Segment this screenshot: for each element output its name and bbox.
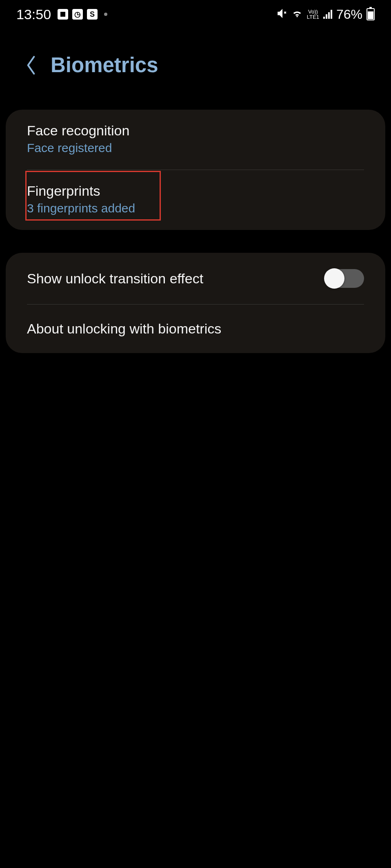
status-right: Vo)) LTE1 76% — [277, 7, 375, 22]
back-button[interactable] — [24, 55, 37, 75]
toggle-knob — [324, 268, 344, 289]
face-recognition-sub: Face registered — [27, 141, 364, 155]
clock-icon: ◷ — [72, 9, 83, 20]
battery-percent: 76% — [336, 7, 362, 22]
page-header: Biometrics — [0, 29, 391, 110]
transition-effect-item[interactable]: Show unlock transition effect — [6, 253, 385, 304]
status-time: 13:50 — [16, 7, 51, 22]
fingerprints-sub: 3 fingerprints added — [27, 201, 364, 215]
fingerprints-title: Fingerprints — [27, 183, 364, 199]
mute-vibrate-icon — [277, 8, 287, 20]
app-s-icon: S — [87, 9, 98, 20]
battery-icon — [367, 8, 375, 20]
options-card: Show unlock transition effect About unlo… — [6, 253, 385, 353]
status-bar: 13:50 ◷ S Vo)) LTE1 76% — [0, 0, 391, 29]
transition-effect-toggle[interactable] — [325, 269, 364, 288]
network-type-label: Vo)) LTE1 — [307, 9, 319, 20]
face-recognition-item[interactable]: Face recognition Face registered — [6, 110, 385, 170]
transition-effect-title: Show unlock transition effect — [27, 271, 203, 287]
status-notif-icons: ◷ S — [58, 9, 107, 20]
fingerprints-item[interactable]: Fingerprints 3 fingerprints added — [6, 170, 385, 230]
page-title: Biometrics — [51, 53, 158, 77]
more-dot-icon — [104, 13, 107, 16]
image-icon — [58, 9, 68, 20]
biometrics-card: Face recognition Face registered Fingerp… — [6, 110, 385, 230]
about-biometrics-item[interactable]: About unlocking with biometrics — [6, 305, 385, 353]
status-left: 13:50 ◷ S — [16, 7, 107, 22]
wifi-icon — [291, 8, 303, 21]
about-biometrics-title: About unlocking with biometrics — [27, 321, 221, 337]
face-recognition-title: Face recognition — [27, 123, 364, 139]
signal-icon — [323, 10, 332, 19]
